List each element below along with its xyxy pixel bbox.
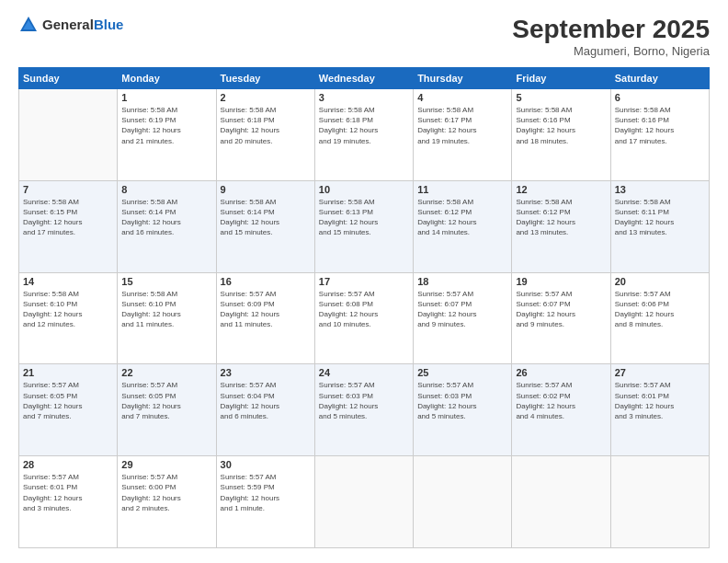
calendar-cell: 11Sunrise: 5:58 AMSunset: 6:12 PMDayligh… <box>414 180 512 272</box>
cell-content: Sunrise: 5:57 AMSunset: 6:02 PMDaylight:… <box>516 380 606 421</box>
day-number: 7 <box>23 184 113 195</box>
logo-icon <box>18 15 39 35</box>
title-area: September 2025 Magumeri, Borno, Nigeria <box>512 15 710 58</box>
cell-content: Sunrise: 5:58 AMSunset: 6:11 PMDaylight:… <box>615 197 705 238</box>
calendar-day-header: Tuesday <box>216 68 314 89</box>
day-number: 23 <box>221 367 311 378</box>
calendar-cell: 30Sunrise: 5:57 AMSunset: 5:59 PMDayligh… <box>216 456 314 548</box>
cell-content: Sunrise: 5:58 AMSunset: 6:18 PMDaylight:… <box>221 105 311 146</box>
calendar-cell: 29Sunrise: 5:57 AMSunset: 6:00 PMDayligh… <box>118 456 216 548</box>
calendar-week-row: 21Sunrise: 5:57 AMSunset: 6:05 PMDayligh… <box>19 364 710 456</box>
calendar-day-header: Monday <box>118 68 216 89</box>
calendar-cell: 8Sunrise: 5:58 AMSunset: 6:14 PMDaylight… <box>118 180 216 272</box>
calendar-cell: 28Sunrise: 5:57 AMSunset: 6:01 PMDayligh… <box>19 456 118 548</box>
calendar-cell: 20Sunrise: 5:57 AMSunset: 6:06 PMDayligh… <box>610 272 709 364</box>
cell-content: Sunrise: 5:57 AMSunset: 6:09 PMDaylight:… <box>221 289 311 330</box>
calendar-day-header: Saturday <box>610 68 709 89</box>
cell-content: Sunrise: 5:58 AMSunset: 6:16 PMDaylight:… <box>516 105 606 146</box>
day-number: 20 <box>615 276 705 287</box>
day-number: 10 <box>319 184 409 195</box>
calendar-cell: 27Sunrise: 5:57 AMSunset: 6:01 PMDayligh… <box>610 364 709 456</box>
calendar-week-row: 7Sunrise: 5:58 AMSunset: 6:15 PMDaylight… <box>19 180 710 272</box>
calendar-cell: 3Sunrise: 5:58 AMSunset: 6:18 PMDaylight… <box>314 89 413 181</box>
calendar-cell: 7Sunrise: 5:58 AMSunset: 6:15 PMDaylight… <box>19 180 118 272</box>
cell-content: Sunrise: 5:58 AMSunset: 6:13 PMDaylight:… <box>319 197 409 238</box>
calendar-cell: 16Sunrise: 5:57 AMSunset: 6:09 PMDayligh… <box>216 272 314 364</box>
calendar-cell: 12Sunrise: 5:58 AMSunset: 6:12 PMDayligh… <box>512 180 610 272</box>
day-number: 24 <box>319 367 409 378</box>
month-title: September 2025 <box>512 15 710 44</box>
day-number: 21 <box>23 367 113 378</box>
calendar-cell: 23Sunrise: 5:57 AMSunset: 6:04 PMDayligh… <box>216 364 314 456</box>
cell-content: Sunrise: 5:58 AMSunset: 6:12 PMDaylight:… <box>417 197 507 238</box>
calendar-cell: 17Sunrise: 5:57 AMSunset: 6:08 PMDayligh… <box>314 272 413 364</box>
calendar-header-row: SundayMondayTuesdayWednesdayThursdayFrid… <box>19 68 710 89</box>
cell-content: Sunrise: 5:58 AMSunset: 6:14 PMDaylight:… <box>121 197 211 238</box>
cell-content: Sunrise: 5:58 AMSunset: 6:10 PMDaylight:… <box>121 289 211 330</box>
day-number: 5 <box>516 92 606 103</box>
cell-content: Sunrise: 5:58 AMSunset: 6:14 PMDaylight:… <box>221 197 311 238</box>
day-number: 26 <box>516 367 606 378</box>
day-number: 29 <box>121 459 211 470</box>
cell-content: Sunrise: 5:57 AMSunset: 6:07 PMDaylight:… <box>417 289 507 330</box>
cell-content: Sunrise: 5:57 AMSunset: 6:05 PMDaylight:… <box>23 380 113 421</box>
calendar-cell: 9Sunrise: 5:58 AMSunset: 6:14 PMDaylight… <box>216 180 314 272</box>
calendar-cell: 5Sunrise: 5:58 AMSunset: 6:16 PMDaylight… <box>512 89 610 181</box>
day-number: 16 <box>221 276 311 287</box>
calendar-day-header: Thursday <box>414 68 512 89</box>
calendar-cell: 21Sunrise: 5:57 AMSunset: 6:05 PMDayligh… <box>19 364 118 456</box>
calendar-cell: 19Sunrise: 5:57 AMSunset: 6:07 PMDayligh… <box>512 272 610 364</box>
calendar-cell <box>314 456 413 548</box>
cell-content: Sunrise: 5:57 AMSunset: 6:01 PMDaylight:… <box>615 380 705 421</box>
day-number: 2 <box>221 92 311 103</box>
calendar-cell <box>414 456 512 548</box>
calendar-cell: 10Sunrise: 5:58 AMSunset: 6:13 PMDayligh… <box>314 180 413 272</box>
day-number: 28 <box>23 459 113 470</box>
calendar-cell: 13Sunrise: 5:58 AMSunset: 6:11 PMDayligh… <box>610 180 709 272</box>
cell-content: Sunrise: 5:57 AMSunset: 6:04 PMDaylight:… <box>221 380 311 421</box>
calendar-week-row: 14Sunrise: 5:58 AMSunset: 6:10 PMDayligh… <box>19 272 710 364</box>
cell-content: Sunrise: 5:57 AMSunset: 6:00 PMDaylight:… <box>121 472 211 513</box>
cell-content: Sunrise: 5:57 AMSunset: 6:01 PMDaylight:… <box>23 472 113 513</box>
day-number: 13 <box>615 184 705 195</box>
cell-content: Sunrise: 5:57 AMSunset: 6:06 PMDaylight:… <box>615 289 705 330</box>
calendar-week-row: 28Sunrise: 5:57 AMSunset: 6:01 PMDayligh… <box>19 456 710 548</box>
day-number: 18 <box>417 276 507 287</box>
logo: GeneralBlue <box>18 15 123 35</box>
calendar-day-header: Wednesday <box>314 68 413 89</box>
calendar-cell: 1Sunrise: 5:58 AMSunset: 6:19 PMDaylight… <box>118 89 216 181</box>
day-number: 17 <box>319 276 409 287</box>
day-number: 22 <box>121 367 211 378</box>
day-number: 11 <box>417 184 507 195</box>
calendar-cell <box>610 456 709 548</box>
cell-content: Sunrise: 5:57 AMSunset: 6:08 PMDaylight:… <box>319 289 409 330</box>
logo-text: GeneralBlue <box>42 17 123 33</box>
calendar-table: SundayMondayTuesdayWednesdayThursdayFrid… <box>18 67 710 548</box>
day-number: 4 <box>417 92 507 103</box>
calendar-week-row: 1Sunrise: 5:58 AMSunset: 6:19 PMDaylight… <box>19 89 710 181</box>
header: GeneralBlue September 2025 Magumeri, Bor… <box>18 15 710 58</box>
cell-content: Sunrise: 5:57 AMSunset: 6:03 PMDaylight:… <box>417 380 507 421</box>
day-number: 8 <box>121 184 211 195</box>
cell-content: Sunrise: 5:57 AMSunset: 6:03 PMDaylight:… <box>319 380 409 421</box>
calendar-cell: 6Sunrise: 5:58 AMSunset: 6:16 PMDaylight… <box>610 89 709 181</box>
day-number: 1 <box>121 92 211 103</box>
day-number: 30 <box>221 459 311 470</box>
cell-content: Sunrise: 5:58 AMSunset: 6:16 PMDaylight:… <box>615 105 705 146</box>
calendar-day-header: Sunday <box>19 68 118 89</box>
day-number: 12 <box>516 184 606 195</box>
calendar-cell: 15Sunrise: 5:58 AMSunset: 6:10 PMDayligh… <box>118 272 216 364</box>
cell-content: Sunrise: 5:57 AMSunset: 5:59 PMDaylight:… <box>221 472 311 513</box>
cell-content: Sunrise: 5:58 AMSunset: 6:18 PMDaylight:… <box>319 105 409 146</box>
calendar-cell <box>512 456 610 548</box>
cell-content: Sunrise: 5:57 AMSunset: 6:07 PMDaylight:… <box>516 289 606 330</box>
day-number: 19 <box>516 276 606 287</box>
calendar-cell: 26Sunrise: 5:57 AMSunset: 6:02 PMDayligh… <box>512 364 610 456</box>
location: Magumeri, Borno, Nigeria <box>512 44 710 58</box>
cell-content: Sunrise: 5:58 AMSunset: 6:10 PMDaylight:… <box>23 289 113 330</box>
day-number: 14 <box>23 276 113 287</box>
calendar-cell: 24Sunrise: 5:57 AMSunset: 6:03 PMDayligh… <box>314 364 413 456</box>
cell-content: Sunrise: 5:57 AMSunset: 6:05 PMDaylight:… <box>121 380 211 421</box>
calendar-cell: 4Sunrise: 5:58 AMSunset: 6:17 PMDaylight… <box>414 89 512 181</box>
day-number: 25 <box>417 367 507 378</box>
